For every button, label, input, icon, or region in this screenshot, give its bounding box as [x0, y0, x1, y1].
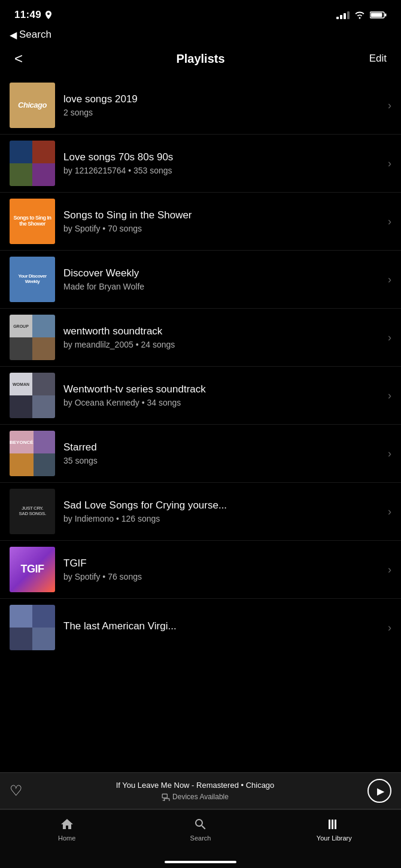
playlist-info: wentworth soundtrack by meandlilz_2005 •…: [63, 325, 383, 349]
chevron-right-icon: ›: [388, 622, 391, 634]
nav-item-library[interactable]: Your Library: [268, 817, 401, 842]
back-chevron-icon: ◀: [10, 29, 17, 41]
wifi-icon: [354, 11, 365, 19]
list-item[interactable]: GROUP wentworth soundtrack by meandlilz_…: [0, 309, 401, 367]
svg-rect-2: [371, 13, 382, 17]
playlist-info: Songs to Sing in the Shower by Spotify •…: [63, 209, 383, 233]
playlist-thumb: [10, 141, 55, 186]
playlist-name: Wentworth-tv series soundtrack: [63, 383, 383, 395]
playlist-thumb: Your Discover Weekly: [10, 257, 55, 302]
devices-icon: [162, 793, 170, 801]
playlist-name: love songs 2019: [63, 93, 383, 105]
page-header: < Playlists Edit: [0, 45, 401, 77]
playlist-info: Starred 35 songs: [63, 441, 383, 465]
playlist-meta: by 12126215764 • 353 songs: [63, 166, 383, 175]
back-to-search-button[interactable]: ◀ Search: [10, 29, 51, 41]
playlist-name: Love songs 70s 80s 90s: [63, 151, 383, 163]
now-playing-device: Devices Available: [23, 792, 367, 802]
chevron-right-icon: ›: [388, 157, 391, 170]
chevron-right-icon: ›: [388, 389, 391, 402]
list-item[interactable]: Chicago love songs 2019 2 songs ›: [0, 77, 401, 135]
play-icon: ▶: [377, 785, 384, 797]
chevron-right-icon: ›: [388, 447, 391, 460]
playlist-name: Discover Weekly: [63, 267, 383, 279]
chevron-right-icon: ›: [388, 331, 391, 344]
list-item[interactable]: TGIF TGIF by Spotify • 76 songs ›: [0, 541, 401, 599]
page-title: Playlists: [41, 52, 360, 66]
playlist-name: Sad Love Songs for Crying yourse...: [63, 500, 383, 511]
list-item[interactable]: Love songs 70s 80s 90s by 12126215764 • …: [0, 135, 401, 193]
chevron-right-icon: ›: [388, 505, 391, 518]
list-item[interactable]: The last American Virgi... ›: [0, 599, 401, 656]
playlist-meta: by Spotify • 70 songs: [63, 224, 383, 233]
playlist-thumb: Songs to Sing In the Shower: [10, 199, 55, 244]
playlist-thumb: Chicago: [10, 83, 55, 128]
playlist-info: Discover Weekly Made for Bryan Wolfe: [63, 267, 383, 291]
library-icon: [327, 817, 341, 832]
playlist-meta: by Indiemono • 126 songs: [63, 514, 383, 523]
playlist-thumb: JUST CRY.SAD SONGS.: [10, 489, 55, 534]
svg-rect-1: [385, 14, 387, 17]
home-icon: [60, 817, 74, 832]
playlist-meta: 35 songs: [63, 456, 383, 465]
signal-icon: [336, 11, 350, 19]
svg-rect-9: [335, 820, 336, 829]
nav-label-home: Home: [58, 835, 75, 842]
playlist-meta: by Oceana Kennedy • 34 songs: [63, 398, 383, 407]
device-label: Devices Available: [172, 792, 229, 802]
chevron-right-icon: ›: [388, 273, 391, 286]
playlist-name: Starred: [63, 441, 383, 453]
playlist-list: Chicago love songs 2019 2 songs › Love s…: [0, 77, 401, 776]
chevron-right-icon: ›: [388, 564, 391, 576]
playlist-name: Songs to Sing in the Shower: [63, 209, 383, 221]
play-button[interactable]: ▶: [367, 779, 391, 803]
playlist-thumb: WOMAN: [10, 373, 55, 418]
svg-rect-4: [165, 799, 169, 801]
playlist-meta: 2 songs: [63, 108, 383, 117]
list-item[interactable]: JUST CRY.SAD SONGS. Sad Love Songs for C…: [0, 483, 401, 541]
playlist-info: TGIF by Spotify • 76 songs: [63, 558, 383, 581]
nav-item-home[interactable]: Home: [0, 817, 133, 842]
bottom-nav: Home Search Your Library: [0, 809, 401, 868]
heart-button[interactable]: ♡: [10, 782, 23, 799]
now-playing-info: If You Leave Me Now - Remastered • Chica…: [23, 780, 367, 802]
nav-item-search[interactable]: Search: [133, 817, 267, 842]
nav-label-library: Your Library: [317, 835, 352, 842]
status-icons: [336, 11, 387, 19]
playlist-name: The last American Virgi...: [63, 620, 383, 632]
playlist-info: Love songs 70s 80s 90s by 12126215764 • …: [63, 151, 383, 175]
list-item[interactable]: BEYONCÉ Starred 35 songs ›: [0, 425, 401, 483]
now-playing-bar[interactable]: ♡ If You Leave Me Now - Remastered • Chi…: [0, 772, 401, 809]
playlist-thumb: GROUP: [10, 315, 55, 360]
playlist-thumb: [10, 605, 55, 650]
edit-button[interactable]: Edit: [360, 53, 387, 65]
playlist-meta: by meandlilz_2005 • 24 songs: [63, 340, 383, 349]
playlist-meta: Made for Bryan Wolfe: [63, 282, 383, 291]
playlist-info: Sad Love Songs for Crying yourse... by I…: [63, 500, 383, 523]
list-item[interactable]: Your Discover Weekly Discover Weekly Mad…: [0, 251, 401, 309]
nav-label-search: Search: [190, 835, 211, 842]
playlist-name: wentworth soundtrack: [63, 325, 383, 337]
playlist-thumb: BEYONCÉ: [10, 431, 55, 476]
svg-rect-7: [329, 820, 330, 829]
location-icon: [45, 11, 52, 19]
status-time: 11:49: [14, 9, 41, 21]
status-bar: 11:49: [0, 0, 401, 26]
back-label: Search: [19, 29, 51, 41]
playlist-info: The last American Virgi...: [63, 620, 383, 635]
playlist-info: Wentworth-tv series soundtrack by Oceana…: [63, 383, 383, 407]
battery-icon: [370, 11, 387, 19]
playlist-info: love songs 2019 2 songs: [63, 93, 383, 117]
back-nav: ◀ Search: [0, 26, 401, 45]
svg-rect-3: [162, 794, 167, 797]
list-item[interactable]: WOMAN Wentworth-tv series soundtrack by …: [0, 367, 401, 425]
svg-rect-8: [332, 820, 333, 829]
back-button[interactable]: <: [14, 50, 41, 67]
now-playing-title: If You Leave Me Now - Remastered • Chica…: [23, 780, 367, 791]
list-item[interactable]: Songs to Sing In the Shower Songs to Sin…: [0, 193, 401, 251]
chevron-right-icon: ›: [388, 215, 391, 228]
playlist-meta: by Spotify • 76 songs: [63, 572, 383, 581]
playlist-thumb: TGIF: [10, 547, 55, 592]
playlist-name: TGIF: [63, 558, 383, 569]
chevron-right-icon: ›: [388, 99, 391, 112]
